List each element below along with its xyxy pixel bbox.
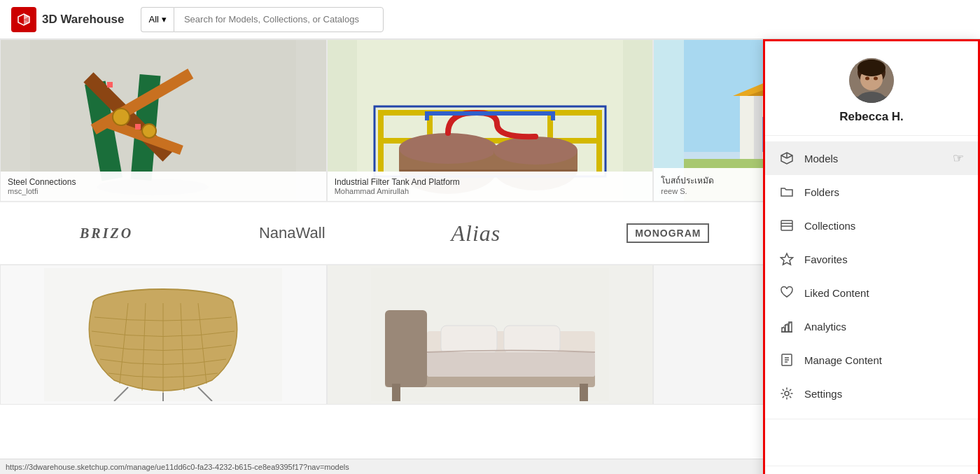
svg-rect-20 — [596, 110, 602, 173]
menu-item-favorites[interactable]: Favorites — [765, 242, 978, 276]
svg-rect-77 — [781, 221, 792, 230]
svg-point-11 — [113, 109, 130, 125]
svg-rect-82 — [785, 325, 788, 332]
svg-point-12 — [142, 124, 156, 138]
svg-marker-80 — [781, 253, 793, 265]
brand-alias: Alias — [451, 221, 500, 246]
svg-rect-40 — [754, 96, 762, 159]
user-section: Rebecca H. — [765, 41, 978, 136]
svg-point-89 — [785, 391, 789, 396]
manage-icon — [779, 352, 794, 368]
svg-rect-72 — [856, 97, 887, 103]
menu-item-collections[interactable]: Collections — [765, 209, 978, 242]
cube-icon — [779, 151, 794, 166]
menu-label-favorites: Favorites — [804, 253, 848, 265]
user-name: Rebecca H. — [839, 110, 904, 124]
menu-section: Models ☞ Folders — [765, 136, 978, 416]
model-card[interactable]: Industrial Filter Tank And Platform Moha… — [327, 39, 654, 202]
gear-icon — [779, 386, 794, 401]
brand-monogram: MONOGRAM — [626, 223, 709, 243]
logo-icon — [11, 7, 36, 32]
svg-point-70 — [874, 77, 878, 81]
menu-item-settings[interactable]: Settings — [765, 377, 978, 410]
sign-out-section: Sign Out — [765, 466, 978, 474]
model-title: Steel Connections — [8, 177, 319, 187]
bottom-card[interactable] — [327, 265, 654, 405]
svg-point-25 — [399, 133, 497, 164]
header: 3D Warehouse All ▾ — [0, 0, 980, 39]
svg-point-68 — [858, 60, 886, 76]
svg-rect-60 — [504, 326, 560, 354]
svg-line-75 — [787, 155, 792, 158]
logo-area: 3D Warehouse — [11, 7, 124, 32]
search-input[interactable] — [174, 7, 384, 32]
menu-item-models[interactable]: Models ☞ — [765, 141, 978, 175]
menu-label-liked: Liked Content — [804, 287, 869, 299]
model-card[interactable]: Steel Connections msc_lotfi — [0, 39, 327, 202]
svg-rect-61 — [427, 352, 595, 377]
model-author: msc_lotfi — [8, 187, 319, 195]
bottom-card[interactable] — [0, 265, 327, 405]
menu-item-folders[interactable]: Folders — [765, 175, 978, 209]
model-info: Steel Connections msc_lotfi — [1, 172, 326, 201]
model-title: Industrial Filter Tank And Platform — [335, 177, 646, 187]
svg-rect-63 — [580, 384, 588, 401]
model-author: Mohammad Amirullah — [335, 187, 646, 195]
status-url: https://3dwarehouse.sketchup.com/manage/… — [6, 463, 349, 471]
star-icon — [779, 251, 794, 267]
avatar — [849, 58, 894, 103]
svg-rect-19 — [378, 110, 384, 173]
brand-brizo: BRIZO — [80, 225, 133, 242]
svg-rect-59 — [441, 326, 497, 354]
user-dropdown-panel: Rebecca H. Models ☞ — [763, 39, 980, 474]
menu-item-analytics[interactable]: Analytics — [765, 309, 978, 343]
menu-label-collections: Collections — [804, 220, 855, 232]
search-area: All ▾ — [141, 7, 383, 32]
svg-point-69 — [865, 77, 869, 81]
folder-icon — [779, 184, 794, 200]
menu-label-folders: Folders — [804, 186, 839, 198]
svg-rect-13 — [107, 82, 113, 88]
main-content: Steel Connections msc_lotfi — [0, 39, 980, 474]
collection-icon — [779, 218, 794, 233]
svg-line-76 — [781, 155, 787, 158]
svg-rect-57 — [385, 310, 427, 387]
cursor-pointer-icon: ☞ — [953, 151, 964, 166]
search-filter-dropdown[interactable]: All ▾ — [141, 7, 173, 32]
svg-point-28 — [493, 137, 578, 165]
divider — [765, 419, 978, 419]
brand-nanawall: NanaWall — [259, 224, 326, 242]
chevron-down-icon: ▾ — [162, 14, 167, 25]
logo-text: 3D Warehouse — [42, 13, 124, 27]
menu-label-analytics: Analytics — [804, 321, 846, 333]
menu-label-manage: Manage Content — [804, 354, 882, 366]
menu-item-manage[interactable]: Manage Content — [765, 343, 978, 377]
model-info: Industrial Filter Tank And Platform Moha… — [328, 172, 653, 201]
chart-icon — [779, 319, 794, 334]
menu-label-models: Models — [804, 153, 838, 165]
filter-label: All — [148, 14, 158, 25]
menu-item-liked[interactable]: Liked Content — [765, 276, 978, 309]
heart-icon — [779, 285, 794, 300]
menu-label-settings: Settings — [804, 388, 842, 400]
svg-rect-62 — [392, 384, 400, 401]
svg-rect-14 — [135, 124, 141, 130]
